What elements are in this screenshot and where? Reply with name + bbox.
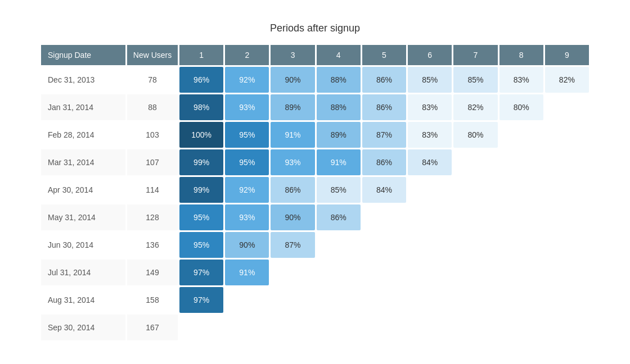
cell-users: 136 <box>127 232 178 258</box>
cell-period-4: 91% <box>317 149 361 175</box>
chart-title: Periods after signup <box>39 22 591 34</box>
cell-period-3: 86% <box>271 177 314 203</box>
cell-period-7: 82% <box>453 94 497 120</box>
cell-period-2 <box>225 315 269 340</box>
cell-period-5 <box>362 232 406 258</box>
cell-users: 158 <box>127 287 178 313</box>
cell-period-8 <box>500 122 543 148</box>
cell-period-9 <box>545 94 589 120</box>
cell-period-3 <box>271 287 314 313</box>
cell-period-3: 93% <box>271 149 314 175</box>
cell-users: 88 <box>127 94 178 120</box>
cell-period-1: 98% <box>179 94 223 120</box>
cell-period-2: 92% <box>225 67 269 93</box>
cell-period-9 <box>545 287 589 313</box>
cell-period-9 <box>545 122 589 148</box>
cell-period-6 <box>408 287 452 313</box>
cell-period-1: 99% <box>179 149 223 175</box>
cell-period-3 <box>271 315 314 340</box>
table-header-row: Signup Date New Users 1 2 3 4 5 6 7 8 9 <box>41 45 589 65</box>
header-period-6: 6 <box>408 45 452 65</box>
cell-period-5: 86% <box>362 149 406 175</box>
cohort-table: Signup Date New Users 1 2 3 4 5 6 7 8 9 … <box>39 43 591 342</box>
cell-period-4: 86% <box>317 204 361 230</box>
cell-period-6: 85% <box>408 67 452 93</box>
cell-period-2: 95% <box>225 149 269 175</box>
cell-period-1 <box>179 315 223 340</box>
cell-date: Mar 31, 2014 <box>41 149 125 175</box>
header-period-1: 1 <box>179 45 223 65</box>
cell-period-9 <box>545 232 589 258</box>
cell-users: 149 <box>127 260 178 285</box>
cell-period-4: 85% <box>317 177 361 203</box>
cell-period-9 <box>545 204 589 230</box>
cell-period-5: 86% <box>362 94 406 120</box>
table-row: Feb 28, 2014103100%95%91%89%87%83%80% <box>41 122 589 148</box>
cell-period-5: 86% <box>362 67 406 93</box>
cell-period-2: 91% <box>225 260 269 285</box>
cell-period-8 <box>500 232 543 258</box>
cell-date: Feb 28, 2014 <box>41 122 125 148</box>
cell-period-8: 80% <box>500 94 543 120</box>
cell-period-1: 99% <box>179 177 223 203</box>
cell-period-6: 83% <box>408 94 452 120</box>
header-signup-date: Signup Date <box>41 45 125 65</box>
cell-period-7 <box>453 315 497 340</box>
cell-date: Jul 31, 2014 <box>41 260 125 285</box>
cell-period-6 <box>408 260 452 285</box>
cell-period-5: 84% <box>362 177 406 203</box>
table-row: Aug 31, 201415897% <box>41 287 589 313</box>
cell-period-4 <box>317 287 361 313</box>
cell-date: Sep 30, 2014 <box>41 315 125 340</box>
cell-period-4 <box>317 315 361 340</box>
cell-period-8: 83% <box>500 67 543 93</box>
cell-date: Dec 31, 2013 <box>41 67 125 93</box>
header-period-2: 2 <box>225 45 269 65</box>
cell-period-9 <box>545 315 589 340</box>
cell-period-6 <box>408 315 452 340</box>
cell-period-4: 89% <box>317 122 361 148</box>
cell-date: Jun 30, 2014 <box>41 232 125 258</box>
cell-period-2 <box>225 287 269 313</box>
chart-container: Periods after signup Signup Date New Use… <box>39 22 591 342</box>
cell-period-9 <box>545 149 589 175</box>
cell-period-7 <box>453 232 497 258</box>
cell-period-8 <box>500 149 543 175</box>
cell-period-2: 92% <box>225 177 269 203</box>
cell-period-3 <box>271 260 314 285</box>
cell-period-1: 97% <box>179 287 223 313</box>
cell-period-3: 90% <box>271 67 314 93</box>
cell-users: 103 <box>127 122 178 148</box>
table-row: May 31, 201412895%93%90%86% <box>41 204 589 230</box>
cell-period-9: 82% <box>545 67 589 93</box>
header-period-8: 8 <box>500 45 543 65</box>
cell-period-3: 91% <box>271 122 314 148</box>
cell-date: Apr 30, 2014 <box>41 177 125 203</box>
cell-period-6 <box>408 177 452 203</box>
cell-period-2: 93% <box>225 94 269 120</box>
cell-period-7 <box>453 204 497 230</box>
cell-date: Jan 31, 2014 <box>41 94 125 120</box>
header-period-7: 7 <box>453 45 497 65</box>
cell-period-1: 100% <box>179 122 223 148</box>
cell-period-5 <box>362 204 406 230</box>
cell-period-9 <box>545 260 589 285</box>
table-row: Mar 31, 201410799%95%93%91%86%84% <box>41 149 589 175</box>
cell-period-5 <box>362 315 406 340</box>
header-period-9: 9 <box>545 45 589 65</box>
cell-date: May 31, 2014 <box>41 204 125 230</box>
cell-period-7: 85% <box>453 67 497 93</box>
cell-period-4 <box>317 260 361 285</box>
cell-period-9 <box>545 177 589 203</box>
cell-period-3: 87% <box>271 232 314 258</box>
cell-period-2: 90% <box>225 232 269 258</box>
cell-period-1: 95% <box>179 232 223 258</box>
cell-period-6 <box>408 232 452 258</box>
cell-period-8 <box>500 177 543 203</box>
table-row: Jul 31, 201414997%91% <box>41 260 589 285</box>
cell-period-3: 89% <box>271 94 314 120</box>
cell-period-5 <box>362 287 406 313</box>
cell-users: 78 <box>127 67 178 93</box>
cell-period-8 <box>500 287 543 313</box>
cell-users: 114 <box>127 177 178 203</box>
